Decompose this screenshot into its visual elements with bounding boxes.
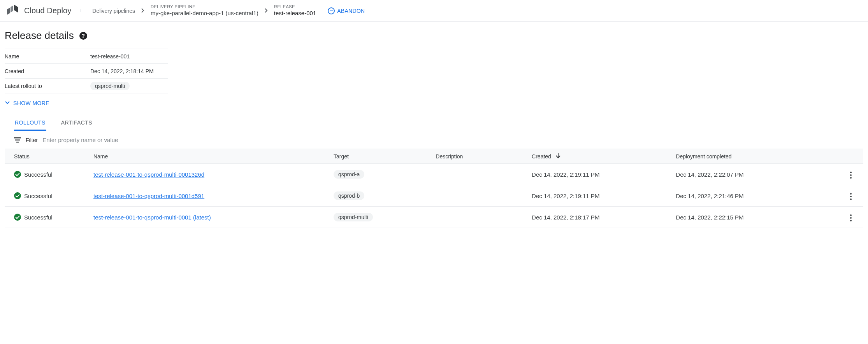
col-header-status[interactable]: Status — [5, 149, 89, 164]
description-cell — [431, 185, 527, 207]
svg-rect-4 — [15, 139, 20, 140]
status-cell: Successful — [14, 192, 84, 199]
rollout-name-link[interactable]: test-release-001-to-qsprod-multi-0001326… — [93, 171, 204, 178]
filter-label: Filter — [26, 137, 38, 143]
svg-marker-2 — [14, 5, 18, 12]
detail-name-label: Name — [5, 53, 90, 60]
breadcrumb: Delivery pipelines DELIVERY PIPELINE my-… — [88, 4, 320, 17]
show-more-label: SHOW MORE — [13, 100, 49, 106]
chevron-down-icon — [5, 100, 10, 106]
product-name: Cloud Deploy — [24, 6, 71, 15]
rollouts-table: Status Name Target Description Created D… — [5, 149, 863, 228]
detail-row-created: Created Dec 14, 2022, 2:18:14 PM — [5, 64, 168, 79]
deployed-cell: Dec 14, 2022, 2:22:15 PM — [671, 207, 827, 228]
row-menu-button[interactable] — [848, 169, 854, 181]
description-cell — [431, 207, 527, 228]
status-text: Successful — [24, 214, 53, 221]
rollout-name-link[interactable]: test-release-001-to-qsprod-multi-0001d59… — [93, 193, 204, 199]
col-header-deployed[interactable]: Deployment completed — [671, 149, 827, 164]
detail-row-name: Name test-release-001 — [5, 49, 168, 64]
details-table: Name test-release-001 Created Dec 14, 20… — [5, 49, 168, 93]
target-chip[interactable]: qsprod-b — [334, 191, 364, 200]
created-cell: Dec 14, 2022, 2:18:17 PM — [527, 207, 671, 228]
tab-rollouts[interactable]: ROLLOUTS — [14, 116, 46, 131]
col-header-target[interactable]: Target — [329, 149, 431, 164]
filter-input[interactable] — [42, 137, 854, 143]
cloud-deploy-logo-icon — [6, 5, 19, 17]
success-icon — [14, 192, 21, 199]
filter-bar: Filter — [5, 131, 863, 149]
created-cell: Dec 14, 2022, 2:19:11 PM — [527, 185, 671, 207]
abandon-icon — [328, 7, 335, 14]
svg-rect-3 — [14, 137, 21, 139]
detail-name-value: test-release-001 — [90, 53, 130, 60]
detail-latest-label: Latest rollout to — [5, 83, 90, 89]
success-icon — [14, 214, 21, 221]
detail-row-latest: Latest rollout to qsprod-multi — [5, 79, 168, 93]
table-row: Successfultest-release-001-to-qsprod-mul… — [5, 185, 863, 207]
breadcrumb-release: RELEASE test-release-001 — [270, 4, 320, 17]
breadcrumb-pipelines[interactable]: Delivery pipelines — [88, 8, 139, 14]
page-title: Release details — [5, 30, 74, 42]
breadcrumb-pipeline-label: DELIVERY PIPELINE — [151, 4, 258, 10]
abandon-label: ABANDON — [337, 8, 365, 14]
status-cell: Successful — [14, 214, 84, 221]
target-chip[interactable]: qsprod-multi — [334, 213, 373, 221]
help-icon[interactable]: ? — [79, 32, 87, 40]
abandon-button[interactable]: ABANDON — [328, 7, 365, 14]
chevron-right-icon — [265, 8, 268, 14]
tab-artifacts[interactable]: ARTIFACTS — [60, 116, 93, 131]
svg-rect-5 — [16, 142, 19, 143]
col-header-created[interactable]: Created — [527, 149, 671, 164]
row-menu-button[interactable] — [848, 191, 854, 202]
chevron-right-icon — [141, 8, 144, 14]
detail-created-value: Dec 14, 2022, 2:18:14 PM — [90, 68, 154, 74]
rollout-name-link[interactable]: test-release-001-to-qsprod-multi-0001 (l… — [93, 214, 211, 221]
header-bar: Cloud Deploy Delivery pipelines DELIVERY… — [0, 0, 868, 22]
table-row: Successfultest-release-001-to-qsprod-mul… — [5, 164, 863, 185]
svg-marker-0 — [7, 8, 10, 15]
status-cell: Successful — [14, 171, 84, 178]
table-row: Successfultest-release-001-to-qsprod-mul… — [5, 207, 863, 228]
product-block: Cloud Deploy — [6, 5, 81, 17]
col-header-name[interactable]: Name — [89, 149, 329, 164]
target-chip[interactable]: qsprod-a — [334, 170, 364, 179]
breadcrumb-pipeline-value: my-gke-parallel-demo-app-1 (us-central1) — [151, 10, 258, 17]
col-header-menu — [827, 149, 863, 164]
tabs: ROLLOUTS ARTIFACTS — [5, 116, 863, 131]
show-more-button[interactable]: SHOW MORE — [5, 100, 863, 106]
filter-icon — [14, 137, 21, 143]
detail-created-label: Created — [5, 68, 90, 74]
success-icon — [14, 171, 21, 178]
row-menu-button[interactable] — [848, 212, 854, 224]
breadcrumb-pipeline[interactable]: DELIVERY PIPELINE my-gke-parallel-demo-a… — [147, 4, 262, 17]
created-cell: Dec 14, 2022, 2:19:11 PM — [527, 164, 671, 185]
deployed-cell: Dec 14, 2022, 2:21:46 PM — [671, 185, 827, 207]
table-header-row: Status Name Target Description Created D… — [5, 149, 863, 164]
col-header-description[interactable]: Description — [431, 149, 527, 164]
description-cell — [431, 164, 527, 185]
status-text: Successful — [24, 171, 53, 178]
sort-desc-icon — [556, 153, 561, 160]
col-header-created-label: Created — [532, 153, 551, 160]
breadcrumb-release-label: RELEASE — [274, 4, 316, 10]
deployed-cell: Dec 14, 2022, 2:22:07 PM — [671, 164, 827, 185]
status-text: Successful — [24, 193, 53, 199]
breadcrumb-release-value: test-release-001 — [274, 10, 316, 17]
latest-rollout-chip[interactable]: qsprod-multi — [90, 82, 130, 90]
svg-marker-1 — [11, 5, 13, 12]
